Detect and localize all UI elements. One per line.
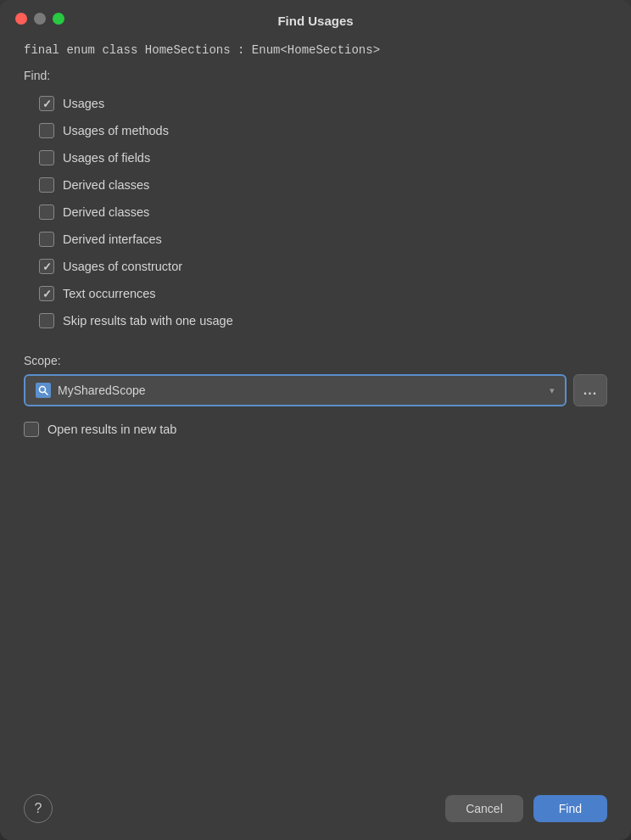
svg-line-1 xyxy=(45,392,47,395)
find-button[interactable]: Find xyxy=(533,795,607,822)
maximize-button[interactable] xyxy=(53,13,64,25)
scope-dropdown-left: MySharedScope xyxy=(36,383,146,398)
title-bar: Find Usages xyxy=(0,0,631,36)
checkmark-usages-of-constructor: ✓ xyxy=(42,261,52,272)
checkbox-derived-classes-2-label: Derived classes xyxy=(63,205,149,219)
scope-more-button[interactable]: ... xyxy=(573,374,607,406)
checkbox-derived-classes-2[interactable]: Derived classes xyxy=(36,199,607,225)
checkboxes-section: ✓ Usages Usages of methods Usages of fie… xyxy=(36,91,607,333)
checkbox-usages-box[interactable]: ✓ xyxy=(39,96,54,111)
checkmark-usages: ✓ xyxy=(42,98,52,109)
checkbox-skip-results-box[interactable] xyxy=(39,313,54,328)
open-results-checkbox[interactable] xyxy=(24,422,39,437)
dialog-content: final enum class HomeSections : Enum<Hom… xyxy=(0,36,631,840)
footer: ? Cancel Find xyxy=(24,777,607,823)
checkbox-usages-label: Usages xyxy=(63,97,104,110)
checkmark-text-occurrences: ✓ xyxy=(42,288,52,300)
scope-label: Scope: xyxy=(24,354,607,367)
checkbox-text-occurrences-label: Text occurrences xyxy=(63,287,156,300)
class-declaration: final enum class HomeSections : Enum<Hom… xyxy=(24,43,607,57)
checkbox-derived-interfaces-label: Derived interfaces xyxy=(63,232,162,246)
checkbox-usages-of-methods[interactable]: Usages of methods xyxy=(36,118,607,143)
scope-value: MySharedScope xyxy=(58,384,146,397)
minimize-button[interactable] xyxy=(34,13,46,25)
checkbox-text-occurrences-box[interactable]: ✓ xyxy=(39,286,54,301)
checkbox-derived-interfaces-box[interactable] xyxy=(39,232,54,247)
find-label: Find: xyxy=(24,69,607,82)
checkbox-usages-of-methods-box[interactable] xyxy=(39,123,54,138)
checkbox-usages-of-fields[interactable]: Usages of fields xyxy=(36,145,607,171)
checkbox-usages-of-constructor[interactable]: ✓ Usages of constructor xyxy=(36,254,607,279)
scope-icon xyxy=(36,383,51,398)
open-results-label: Open results in new tab xyxy=(47,423,176,436)
dropdown-arrow-icon: ▾ xyxy=(550,385,555,396)
cancel-button[interactable]: Cancel xyxy=(445,795,523,822)
scope-dropdown[interactable]: MySharedScope ▾ xyxy=(24,374,567,406)
dialog-title: Find Usages xyxy=(277,14,353,28)
checkbox-derived-classes-1-label: Derived classes xyxy=(63,178,149,192)
checkbox-skip-results[interactable]: Skip results tab with one usage xyxy=(36,308,607,333)
scope-section: Scope: MySharedScope ▾ ... xyxy=(24,354,607,406)
checkbox-usages[interactable]: ✓ Usages xyxy=(36,91,607,116)
checkbox-derived-classes-1[interactable]: Derived classes xyxy=(36,172,607,198)
scope-row: MySharedScope ▾ ... xyxy=(24,374,607,406)
close-button[interactable] xyxy=(15,13,27,25)
checkbox-derived-interfaces[interactable]: Derived interfaces xyxy=(36,227,607,252)
help-button[interactable]: ? xyxy=(24,794,53,823)
checkbox-usages-of-constructor-label: Usages of constructor xyxy=(63,260,182,273)
checkbox-usages-of-fields-label: Usages of fields xyxy=(63,151,150,165)
checkbox-usages-of-fields-box[interactable] xyxy=(39,150,54,165)
checkbox-text-occurrences[interactable]: ✓ Text occurrences xyxy=(36,281,607,306)
checkbox-usages-of-methods-label: Usages of methods xyxy=(63,124,169,137)
checkbox-usages-of-constructor-box[interactable]: ✓ xyxy=(39,259,54,274)
window-controls xyxy=(15,13,64,25)
svg-point-0 xyxy=(40,387,46,393)
checkbox-skip-results-label: Skip results tab with one usage xyxy=(63,314,233,328)
find-usages-dialog: Find Usages final enum class HomeSection… xyxy=(0,0,631,840)
checkbox-derived-classes-1-box[interactable] xyxy=(39,177,54,193)
checkbox-derived-classes-2-box[interactable] xyxy=(39,204,54,220)
footer-buttons: Cancel Find xyxy=(445,795,607,822)
open-results-row[interactable]: Open results in new tab xyxy=(24,422,607,437)
